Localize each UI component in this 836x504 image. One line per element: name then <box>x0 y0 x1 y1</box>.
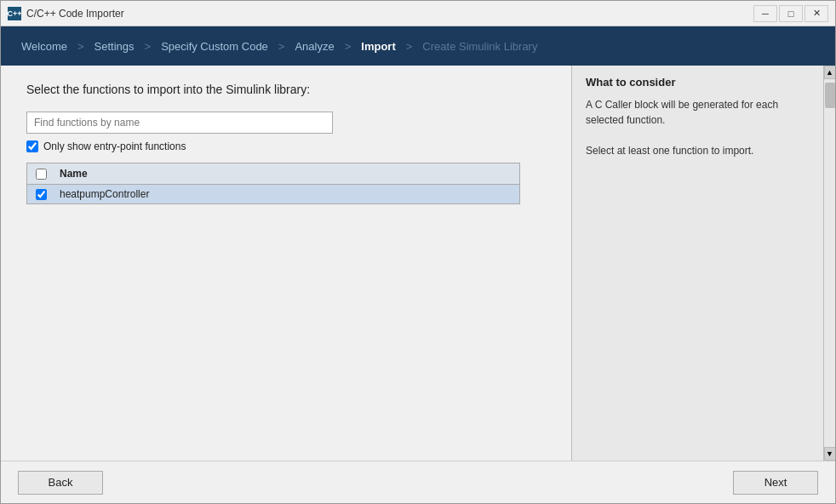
nav-item-settings[interactable]: Settings <box>88 37 141 56</box>
entry-point-label[interactable]: Only show entry-point functions <box>43 140 186 152</box>
row-checkbox[interactable] <box>36 189 47 200</box>
table-row: heatpumpController <box>27 185 519 203</box>
table-body: heatpumpController <box>27 185 519 203</box>
nav-item-import[interactable]: Import <box>354 37 402 56</box>
window-title: C/C++ Code Importer <box>26 8 753 20</box>
nav-bar: Welcome > Settings > Specify Custom Code… <box>1 26 835 66</box>
nav-item-create: Create Simulink Library <box>415 37 544 56</box>
sidebar-text: A C Caller block will be generated for e… <box>586 97 810 158</box>
nav-item-analyze[interactable]: Analyze <box>288 37 341 56</box>
maximize-button[interactable]: □ <box>779 5 803 22</box>
row-check-col <box>27 189 54 200</box>
scroll-thumb <box>825 83 835 108</box>
row-function-name: heatpumpController <box>54 188 519 200</box>
nav-sep-2: > <box>145 40 152 53</box>
nav-sep-3: > <box>278 40 285 53</box>
window-controls: ─ □ ✕ <box>753 5 828 22</box>
nav-sep-1: > <box>77 40 84 53</box>
header-name-col: Name <box>54 168 519 180</box>
main-window: C++ C/C++ Code Importer ─ □ ✕ Welcome > … <box>0 0 836 504</box>
search-input[interactable] <box>26 112 333 134</box>
right-panel: What to consider A C Caller block will b… <box>571 66 835 461</box>
functions-table-wrapper: Name heatpumpController <box>26 163 520 204</box>
title-bar: C++ C/C++ Code Importer ─ □ ✕ <box>1 1 835 26</box>
scroll-track <box>824 79 836 447</box>
entry-point-checkbox[interactable] <box>26 140 38 152</box>
nav-item-welcome[interactable]: Welcome <box>14 37 74 56</box>
right-scrollbar: ▲ ▼ <box>823 66 835 461</box>
select-all-checkbox[interactable] <box>36 169 47 180</box>
left-panel: Select the functions to import into the … <box>1 66 571 461</box>
close-button[interactable]: ✕ <box>805 5 828 22</box>
entry-point-filter-row: Only show entry-point functions <box>26 140 546 152</box>
minimize-button[interactable]: ─ <box>753 5 777 22</box>
footer: Back Next <box>1 461 835 503</box>
nav-sep-4: > <box>345 40 352 53</box>
back-button[interactable]: Back <box>18 471 103 495</box>
nav-sep-5: > <box>406 40 413 53</box>
table-header: Name <box>27 163 519 185</box>
scroll-up-button[interactable]: ▲ <box>824 66 836 79</box>
right-panel-content: What to consider A C Caller block will b… <box>572 66 823 461</box>
header-check-col <box>27 169 54 180</box>
nav-item-specify[interactable]: Specify Custom Code <box>154 37 275 56</box>
main-content: Select the functions to import into the … <box>1 66 835 461</box>
next-button[interactable]: Next <box>733 471 818 495</box>
sidebar-title: What to consider <box>586 76 810 89</box>
scroll-down-button[interactable]: ▼ <box>824 447 836 461</box>
app-icon: C++ <box>8 7 21 20</box>
page-title: Select the functions to import into the … <box>26 83 546 96</box>
